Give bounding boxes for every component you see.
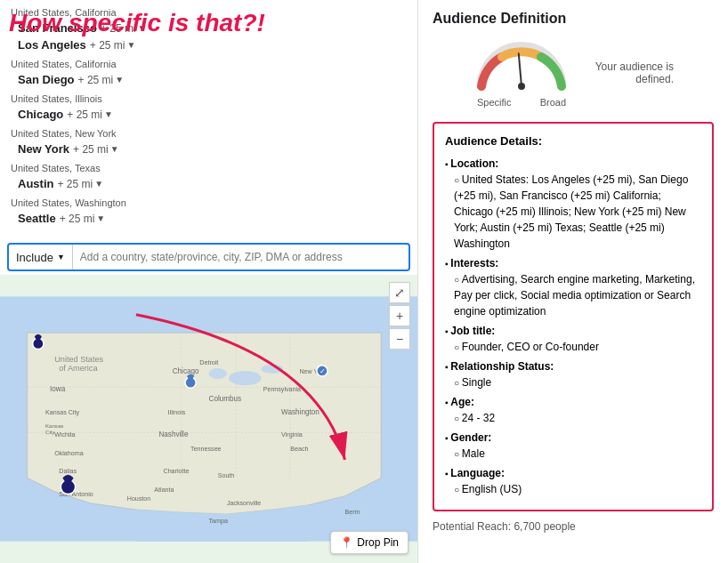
city-radius-sf: + 25 mi [101,22,136,35]
svg-text:Beach: Beach [290,446,308,453]
region-texas: United States, Texas Austin + 25 mi ▼ [11,163,407,192]
city-name-ny: New York [18,142,69,156]
city-name-sf: San Francisco [18,21,97,35]
gender-sub-list: Male [445,446,701,462]
job-title-label: Job title: [450,325,495,337]
region-illinois: United States, Illinois Chicago + 25 mi … [11,93,407,123]
city-radius-ny: + 25 mi [73,143,109,156]
city-dropdown-chicago[interactable]: ▼ [104,109,113,119]
interests-label: Interests: [450,257,498,269]
detail-interests: Interests: Advertising, Search engine ma… [445,255,701,319]
region-california: United States, California San Francisco … [11,7,407,53]
svg-point-2 [209,368,227,379]
location-label: Location: [450,157,498,170]
location-sub-list: United States: Los Angeles (+25 mi), San… [445,172,701,252]
city-row-austin: Austin + 25 mi ▼ [11,175,407,192]
city-dropdown-austin[interactable]: ▼ [94,179,103,189]
detail-language: Language: English (US) [445,465,701,497]
include-button[interactable]: Include ▼ [9,245,73,269]
include-label: Include [16,251,53,264]
job-title-value: Founder, CEO or Co-founder [454,339,701,355]
svg-point-44 [518,83,525,90]
city-row-sf: San Francisco + 25 mi ▼ [11,20,407,36]
region-label-ny: United States, New York [11,128,407,139]
zoom-out-button[interactable]: − [389,328,410,350]
svg-text:Pennsylvania: Pennsylvania [263,386,301,393]
job-title-sub-list: Founder, CEO or Co-founder [445,339,701,355]
city-dropdown-sf[interactable]: ▼ [138,23,147,33]
svg-text:Oklahoma: Oklahoma [54,450,84,457]
region-label-california: United States, California [11,7,407,18]
city-row-sd: San Diego + 25 mi ▼ [11,71,407,88]
svg-text:Nashville: Nashville [158,430,189,438]
gender-value: Male [454,446,701,462]
svg-text:Detroit: Detroit [199,359,218,366]
detail-gender: Gender: Male [445,430,701,462]
city-row-chicago: Chicago + 25 mi ▼ [11,106,407,123]
relationship-label: Relationship Status: [450,360,554,373]
city-dropdown-la[interactable]: ▼ [127,40,136,50]
detail-location: Location: United States: Los Angeles (+2… [445,156,701,252]
region-washington: United States, Washington Seattle + 25 m… [11,197,407,227]
svg-text:Charlotte: Charlotte [164,468,190,475]
city-radius-la: + 25 mi [90,39,125,52]
relationship-value: Single [454,374,701,390]
city-name-chicago: Chicago [18,108,63,121]
detail-age: Age: 24 - 32 [445,394,701,426]
language-value: English (US) [454,481,701,497]
left-panel: United States, California San Francisco … [0,0,418,563]
drop-pin-label: Drop Pin [357,536,399,549]
region-label-illinois: United States, Illinois [11,93,407,104]
map-svg: Iowa Chicago Detroit New York Columbus P… [0,275,417,563]
specific-label: Specific [477,97,512,108]
city-row-la: Los Angeles + 25 mi ▼ [11,36,407,53]
city-name-sd: San Diego [18,73,75,86]
include-dropdown-arrow[interactable]: ▼ [57,253,65,261]
zoom-in-button[interactable]: + [389,305,410,326]
gender-label: Gender: [450,431,491,444]
city-dropdown-sd[interactable]: ▼ [115,75,124,84]
svg-text:Jacksonville: Jacksonville [227,500,261,507]
svg-text:Kansas City: Kansas City [45,409,79,416]
age-sub-list: 24 - 32 [445,410,701,426]
svg-text:Tampa: Tampa [209,518,228,525]
potential-reach: Potential Reach: 6,700 people [433,520,714,533]
language-sub-list: English (US) [445,481,701,497]
language-label: Language: [450,467,505,479]
city-radius-sd: + 25 mi [78,74,114,86]
city-name-austin: Austin [18,177,53,190]
city-name-seattle: Seattle [18,212,56,225]
city-radius-chicago: + 25 mi [67,109,102,121]
region-newyork: United States, New York New York + 25 mi… [11,128,407,157]
location-search-input[interactable] [73,251,408,263]
drop-pin-button[interactable]: 📍 Drop Pin [330,531,408,554]
audience-title: Audience Definition [433,11,714,27]
right-panel: Audience Definition Specific Broad Your [418,0,728,563]
detail-relationship: Relationship Status: Single [445,358,701,390]
svg-line-43 [519,53,522,86]
map-container: Iowa Chicago Detroit New York Columbus P… [0,275,417,563]
svg-text:United States: United States [54,355,103,364]
svg-text:City: City [45,429,55,435]
gauge-wrap: Specific Broad [473,37,570,108]
interests-value: Advertising, Search engine marketing, Ma… [454,271,701,319]
svg-text:Dallas: Dallas [59,468,77,475]
city-dropdown-seattle[interactable]: ▼ [96,213,105,223]
svg-text:Kansas: Kansas [45,422,63,429]
region-label-california2: United States, California [11,59,407,69]
relationship-sub-list: Single [445,374,701,390]
city-radius-austin: + 25 mi [57,178,93,190]
location-value: United States: Los Angeles (+25 mi), San… [454,172,701,252]
svg-text:Columbus: Columbus [209,395,242,403]
age-value: 24 - 32 [454,410,701,426]
fullscreen-button[interactable]: ⤢ [389,282,410,303]
svg-text:Illinois: Illinois [168,409,186,416]
city-row-ny: New York + 25 mi ▼ [11,141,407,157]
audience-details-box: Audience Details: Location: United State… [433,122,714,511]
svg-text:Chicago: Chicago [173,367,199,375]
city-radius-seattle: + 25 mi [60,213,95,225]
location-list: United States, California San Francisco … [0,0,417,239]
city-dropdown-ny[interactable]: ▼ [110,144,119,154]
city-row-seattle: Seattle + 25 mi ▼ [11,210,407,227]
svg-text:Berm: Berm [344,509,360,516]
